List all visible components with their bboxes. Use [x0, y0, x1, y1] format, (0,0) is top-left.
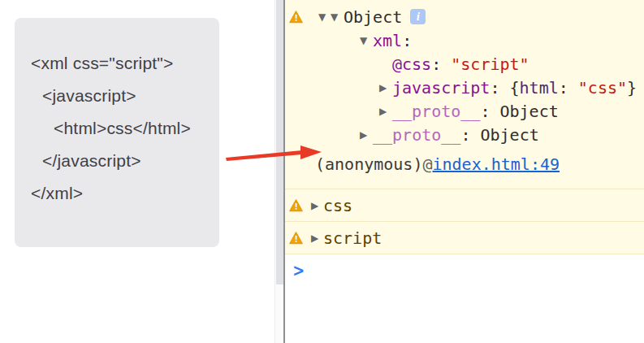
console-warning-css: ▶ css [285, 189, 644, 222]
punctuation: : { [490, 78, 519, 98]
page: <xml css="script"> <javascript> <html>cs… [0, 0, 644, 343]
property-string-value: "script" [451, 54, 529, 74]
punctuation: : [431, 54, 451, 74]
warning-icon [289, 199, 303, 212]
devtools-console: ▼ ▼ Object i ▼ xml : @css : "script" ▶ j… [283, 0, 644, 343]
tree-row-proto-outer: ▶ __proto__ : Object [285, 123, 644, 146]
code-line: <xml css="script"> [31, 47, 219, 80]
code-line: </xml> [31, 177, 219, 210]
tree-row-xml: ▼ xml : [285, 28, 644, 52]
property-name: @css [392, 54, 431, 74]
stack-separator: @ [422, 154, 432, 174]
expand-arrow-icon[interactable]: ▶ [311, 201, 322, 211]
object-row: ▼ ▼ Object i [285, 5, 644, 28]
punctuation: : [480, 102, 499, 121]
code-line: <html>css</html> [54, 112, 219, 145]
code-line: <javascript> [42, 80, 219, 112]
page-scrollbar[interactable] [274, 0, 283, 343]
object-value: Object [344, 7, 402, 27]
red-arrow-icon [224, 143, 323, 164]
proto-value: Object [480, 125, 538, 145]
xml-code-card: <xml css="script"> <javascript> <html>cs… [15, 18, 219, 247]
tree-row-javascript: ▶ javascript : { html : "css" } [285, 76, 644, 99]
property-name: xml [373, 31, 402, 50]
source-location-link[interactable]: index.html:49 [433, 154, 560, 174]
tree-row-css-attr: @css : "script" [285, 52, 644, 76]
punctuation: : [460, 125, 480, 145]
punctuation: } [627, 78, 637, 98]
expand-arrow-icon[interactable]: ▶ [379, 83, 392, 93]
proto-name: __proto__ [392, 102, 480, 121]
expand-arrow-icon[interactable]: ▶ [360, 130, 373, 140]
warning-icon [289, 11, 303, 24]
info-icon[interactable]: i [410, 9, 426, 24]
code-line: </javascript> [42, 145, 219, 177]
proto-name: __proto__ [373, 125, 460, 145]
punctuation: : [559, 78, 578, 98]
prompt-chevron-icon: > [292, 261, 305, 280]
console-prompt[interactable]: > [285, 254, 644, 287]
warning-label: css [323, 196, 352, 215]
property-name: javascript [392, 78, 490, 98]
stack-trace-row: (anonymous) @ index.html:49 [285, 151, 644, 177]
stack-function-name: (anonymous) [315, 154, 422, 174]
preview-key: html [520, 78, 559, 98]
expand-arrow-icon[interactable]: ▶ [311, 233, 322, 243]
preview-string-value: "css" [578, 78, 627, 98]
proto-value: Object [499, 102, 558, 121]
tree-row-proto-inner: ▶ __proto__ : Object [285, 99, 644, 123]
warning-icon [289, 232, 303, 245]
expand-arrow-icon[interactable]: ▶ [379, 106, 392, 116]
punctuation: : [402, 31, 412, 50]
expand-arrow-icon[interactable]: ▼ [318, 12, 331, 22]
expand-arrow-icon[interactable]: ▼ [360, 36, 373, 46]
warning-label: script [323, 228, 382, 248]
expand-arrow-icon[interactable]: ▼ [331, 12, 343, 22]
console-warning-message: ▼ ▼ Object i ▼ xml : @css : "script" ▶ j… [285, 0, 644, 189]
console-warning-script: ▶ script [285, 222, 644, 254]
